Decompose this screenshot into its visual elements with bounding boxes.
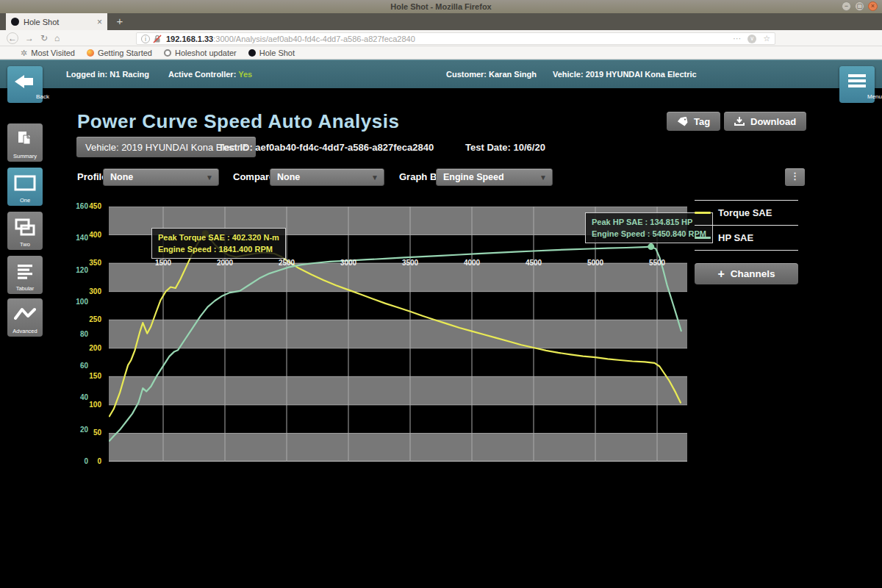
back-button[interactable]: Back [7,66,43,103]
pocket-icon[interactable]: ∨ [747,35,756,43]
add-channels-button[interactable]: + Channels [695,263,798,284]
sidebar-item-one[interactable]: One [7,168,43,206]
plot-band [109,263,687,292]
chevron-down-icon: ▼ [371,173,379,182]
bookmark-holeshot-updater[interactable]: Holeshot updater [164,49,237,57]
sidebar-item-label: Advanced [7,328,43,334]
torque-axis-tick: 450 [79,202,101,210]
torque-axis-tick: 0 [79,457,101,465]
sidebar-item-two[interactable]: Two [7,212,43,250]
home-icon[interactable]: ⌂ [54,33,60,43]
peak-marker-hp [648,243,654,250]
legend-label: Torque SAE [718,207,772,218]
hp-axis-tick: 60 [66,362,88,370]
legend-item-hp-sae[interactable]: HP SAE [695,226,798,250]
torque-axis-tick: 400 [79,231,101,239]
compare-label: Compare [233,171,274,182]
sidebar-item-label: Two [7,241,43,248]
bookmark-label: Holeshot updater [175,49,237,57]
sidebar-item-tabular[interactable]: Tabular [7,256,43,294]
compare-select-value: None [277,172,300,182]
peak-hp-tooltip: Peak HP SAE : 134.815 HPEngine Speed : 5… [585,212,713,243]
app-header: Logged in: N1 Racing Active Controller: … [0,60,882,88]
bookmark-label: Getting Started [98,49,152,57]
maximize-button[interactable]: ▢ [855,1,864,11]
vehicle-text: Vehicle: 2019 HYUNDAI Kona Electric [553,70,697,79]
torque-axis-tick: 350 [79,259,101,267]
chart-legend: Torque SAEHP SAE [695,200,798,251]
sidebar-item-advanced[interactable]: Advanced [7,298,43,337]
controller-yes-value: Yes [238,70,252,79]
rpm-axis-tick: 2000 [210,259,240,267]
compare-select[interactable]: None ▼ [270,168,384,186]
rpm-axis-tick: 4500 [519,259,548,267]
back-nav-icon[interactable]: ← [7,32,18,44]
hp-axis-tick: 80 [66,330,88,338]
tooltip-line-1: Peak HP SAE : 134.815 HP [592,216,706,228]
tag-icon [677,117,688,126]
window-controls: − ▢ × [842,1,878,11]
tab-close-icon[interactable]: × [97,17,102,27]
insecure-lock-icon[interactable] [153,35,162,43]
torque-axis-tick: 50 [79,429,101,437]
rpm-axis-tick: 1500 [148,259,178,267]
tooltip-line-2: Engine Speed : 5450.840 RPM [592,228,706,240]
download-button[interactable]: Download [724,112,806,131]
sidebar-item-summary[interactable]: Summary [7,123,43,162]
screen: Hole Shot - Mozilla Firefox − ▢ × Hole S… [0,0,882,588]
menu-hamburger-bars-icon [848,74,866,77]
profile-select-value: None [110,172,133,182]
most-visited-icon: ✲ [21,49,27,57]
legend-item-torque-sae[interactable]: Torque SAE [695,201,798,225]
back-button-label: Back [25,93,60,100]
advanced-icon [7,303,43,325]
graphby-select-value: Engine Speed [443,172,504,182]
torque-axis-tick: 250 [79,315,101,323]
one-graph-icon [7,172,43,194]
profile-select[interactable]: None ▼ [103,168,219,186]
minimize-button[interactable]: − [842,1,851,11]
close-button[interactable]: × [868,1,878,11]
legend-label: HP SAE [718,232,753,243]
legend-separator [695,250,798,251]
window-title: Hole Shot - Mozilla Firefox [390,2,492,11]
sidebar-item-label: One [7,197,43,204]
site-info-icon[interactable]: i [141,35,150,43]
bookmarks-toolbar: ✲Most VisitedGetting StartedHoleshot upd… [0,46,882,60]
test-id-text: Test ID: aef0ab40-fd4c-4dd7-a586-a827fec… [218,142,434,153]
plot-band [109,376,687,405]
summary-icon [7,128,43,150]
logged-in-text: Logged in: N1 Racing [66,70,149,79]
tab-bar: Hole Shot × + [0,13,882,30]
forward-nav-icon[interactable]: → [25,33,34,43]
bookmark-most-visited[interactable]: ✲Most Visited [21,49,75,57]
test-date-text: Test Date: 10/6/20 [465,142,545,153]
menu-button[interactable]: Menu [839,66,875,103]
tab-hole-shot[interactable]: Hole Shot × [6,13,107,30]
bookmark-label: Most Visited [31,49,75,57]
url-bar[interactable]: i 192.168.1.33 :3000/Analysis/aef0ab40-f… [136,32,775,45]
sidebar-item-label: Summary [7,153,43,159]
tag-button[interactable]: Tag [667,112,720,131]
bookmark-star-icon[interactable]: ☆ [763,34,770,43]
reload-icon[interactable]: ↻ [40,33,48,43]
download-icon [734,117,745,126]
page-actions-icon[interactable]: ⋯ [733,34,741,43]
plus-icon: + [717,268,724,281]
bookmark-getting-started[interactable]: Getting Started [87,49,152,57]
rpm-axis-tick: 5500 [642,259,672,267]
torque-axis-tick: 150 [79,372,101,380]
bookmark-hole-shot[interactable]: Hole Shot [248,49,295,57]
chart-options-kebab-button[interactable]: ⋮ [785,168,805,186]
active-controller-text: Active Controller: Yes [168,70,252,79]
channels-button-label: Channels [731,268,775,279]
ring-icon [164,49,171,57]
legend-swatch [695,212,711,214]
new-tab-button[interactable]: + [112,15,128,27]
graphby-select[interactable]: Engine Speed ▼ [436,168,553,186]
peak-torque-tooltip: Peak Torque SAE : 402.320 N-mEngine Spee… [151,228,286,259]
bookmark-label: Hole Shot [259,49,295,57]
plot-band [109,433,687,462]
torque-axis-tick: 200 [79,344,101,352]
download-button-label: Download [750,116,796,127]
